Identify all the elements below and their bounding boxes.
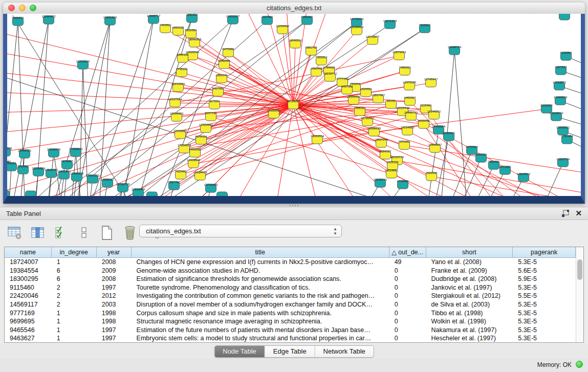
graph-node[interactable]: 8878334	[195, 135, 207, 144]
graph-node[interactable]: 16495759	[404, 111, 418, 120]
graph-node[interactable]: 7485063	[399, 66, 411, 75]
graph-node[interactable]: 18300295	[267, 109, 281, 118]
graph-node[interactable]: 1831304	[186, 14, 198, 23]
graph-node[interactable]: 1527602	[261, 15, 273, 25]
graph-node[interactable]: 2718126	[176, 68, 188, 77]
graph-node[interactable]: 11156869	[32, 167, 45, 176]
graph-canvas[interactable]: 9405572210604332069140610643717183130410…	[7, 14, 581, 196]
graph-node[interactable]: 9699695	[418, 119, 430, 128]
table-row[interactable]: 1456911722003Disruption of a novel membe…	[5, 300, 576, 309]
graph-node[interactable]	[147, 192, 158, 196]
graph-node[interactable]: 8938923	[443, 132, 455, 141]
graph-node[interactable]: 7955812	[315, 56, 328, 65]
table-row[interactable]: 1938455462009Genome-wide association stu…	[5, 267, 576, 275]
graph-node[interactable]: 16648784	[448, 46, 462, 55]
graph-node[interactable]: 10643717	[147, 14, 161, 24]
graph-node[interactable]: 19858381	[18, 149, 32, 158]
graph-node[interactable]: 15720407	[361, 117, 375, 126]
graph-node[interactable]: 1710584	[561, 135, 573, 144]
delete-table-icon[interactable]	[122, 225, 138, 240]
column-header-name[interactable]: name	[5, 247, 52, 258]
graph-node[interactable]: 10924502	[517, 172, 531, 182]
tab-network-table[interactable]: Network Table	[315, 346, 374, 357]
divider-grip-icon[interactable]	[290, 205, 299, 206]
close-icon[interactable]: ✕	[575, 209, 582, 218]
graph-node[interactable]: 21650598	[7, 147, 12, 156]
float-window-icon[interactable]	[561, 210, 570, 217]
table-row[interactable]: 2242004622012Investigating the contribut…	[5, 292, 576, 300]
column-header-pagerank[interactable]: pagerank	[513, 247, 576, 258]
table-row[interactable]: 1872400712008Changes of HCN gene express…	[5, 258, 576, 267]
graph-node[interactable]: 1624554	[360, 87, 372, 97]
column-header-in-degree[interactable]: in_degree	[52, 247, 97, 258]
graph-node[interactable]: 19210772	[323, 72, 337, 81]
graph-node[interactable]: 20691406	[103, 16, 117, 25]
column-header-title[interactable]: title	[132, 247, 389, 258]
graph-node[interactable]: 9227543	[555, 65, 567, 75]
table-row[interactable]: 946362711997Embryonic stem cells: a mode…	[5, 334, 576, 342]
memory-status-indicator[interactable]	[576, 361, 583, 368]
graph-node[interactable]: 8475685	[222, 48, 234, 57]
graph-node[interactable]: 9975887	[61, 160, 73, 169]
table-row[interactable]: 977716911998Corpus callosum shape and si…	[5, 309, 576, 318]
graph-node[interactable]: 17957223	[86, 174, 100, 183]
graph-node[interactable]: 12942757	[45, 168, 58, 178]
graph-node[interactable]: 12409948	[187, 159, 201, 168]
tab-edge-table[interactable]: Edge Table	[265, 346, 315, 357]
graph-node[interactable]: 817004	[209, 100, 220, 109]
table-row[interactable]: 969969511998Structural magnetic resonanc…	[5, 317, 576, 326]
column-header-year[interactable]: year	[97, 247, 132, 258]
graph-node[interactable]: 6961758	[305, 46, 317, 55]
graph-node[interactable]: 6466160	[301, 15, 313, 25]
row-height-icon[interactable]	[76, 225, 92, 240]
graph-node[interactable]: 8912954	[185, 29, 197, 38]
graph-node[interactable]: 18154923	[401, 126, 415, 135]
graph-node[interactable]: 15751004	[558, 14, 572, 20]
graph-node[interactable]: 15692921	[556, 126, 570, 135]
graph-node[interactable]	[217, 192, 228, 196]
window-titlebar[interactable]: citations_edges.txt	[3, 3, 585, 14]
graph-node[interactable]: 18807249	[375, 138, 388, 147]
graph-node[interactable]: 15716485	[204, 183, 218, 192]
graph-node[interactable]: 11254403	[276, 25, 290, 34]
graph-node[interactable]: 16914479	[193, 171, 207, 180]
graph-node[interactable]: 16210643	[550, 112, 563, 121]
graph-node[interactable]: 9129966	[560, 51, 572, 60]
graph-node[interactable]: 11548408	[350, 26, 364, 35]
graph-node[interactable]: 10973493	[393, 51, 406, 60]
graph-node[interactable]: 3915911	[17, 165, 30, 174]
graph-node[interactable]: 2803144	[215, 74, 228, 83]
graph-node[interactable]: 10653287	[226, 15, 240, 24]
graph-node[interactable]: 16782759	[116, 183, 130, 192]
graph-node[interactable]: 8427552	[212, 87, 224, 96]
graph-node[interactable]: 11451947	[57, 170, 71, 179]
graph-node[interactable]: 7515526	[419, 24, 431, 33]
graph-node[interactable]: 6497568	[341, 85, 353, 94]
table-settings-icon[interactable]	[7, 225, 23, 240]
graph-node[interactable]: 7463822	[159, 24, 171, 33]
graph-node[interactable]: 9463627	[404, 96, 416, 105]
graph-node[interactable]: 7975692	[398, 140, 410, 149]
graph-node[interactable]: 8471626	[499, 165, 511, 174]
column-header-out-de-[interactable]: △ out_de...	[389, 247, 426, 258]
vertical-scrollbar[interactable]	[576, 247, 583, 342]
graph-node[interactable]: 16671358	[383, 19, 397, 29]
graph-node[interactable]: 18724007	[287, 100, 300, 109]
show-column-icon[interactable]	[30, 225, 46, 240]
new-table-icon[interactable]	[99, 225, 115, 240]
tab-node-table[interactable]: Node Table	[214, 346, 265, 357]
graph-node[interactable]: 16543358	[188, 38, 202, 47]
graph-node[interactable]: 7625402	[175, 170, 187, 179]
table-row[interactable]: 1830029562008Estimation of significance …	[5, 275, 576, 283]
graph-node[interactable]: 9660128	[172, 26, 184, 35]
graph-node[interactable]: 12975185	[403, 81, 417, 90]
graph-node[interactable]: 10996957	[428, 143, 442, 152]
graph-node[interactable]: 12505135	[70, 172, 84, 181]
table-row[interactable]: 946554611997Estimation of the future num…	[5, 326, 576, 335]
graph-node[interactable]: 18107554	[168, 98, 182, 107]
graph-node[interactable]: 7632621	[488, 160, 500, 169]
graph-node[interactable]: 62160	[386, 99, 397, 108]
graph-node[interactable]: 12110734	[556, 158, 570, 167]
graph-node[interactable]: 19166825	[173, 129, 187, 139]
graph-node[interactable]: 11544093	[427, 110, 441, 119]
